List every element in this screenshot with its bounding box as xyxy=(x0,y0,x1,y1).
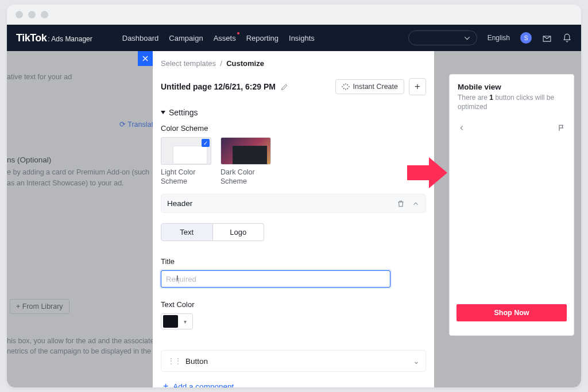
breadcrumb: Select templates / Customize xyxy=(153,59,434,75)
chevron-down-icon xyxy=(462,33,472,43)
window-dot xyxy=(41,11,48,18)
color-swatch xyxy=(163,315,178,328)
avatar[interactable]: S xyxy=(520,32,532,44)
window-dot xyxy=(28,11,36,18)
page-title: Untitled page 12/6/21, 6:29 PM xyxy=(161,82,276,91)
edit-title-icon[interactable] xyxy=(280,83,289,91)
color-scheme-light[interactable]: ✓ Light Color Scheme xyxy=(161,137,211,186)
assets-notification-dot xyxy=(237,32,239,34)
close-icon xyxy=(141,55,149,63)
nav-reporting[interactable]: Reporting xyxy=(246,34,278,42)
top-nav: TikTok: Ads Manager Dashboard Campaign A… xyxy=(7,25,581,51)
magic-icon xyxy=(342,83,350,91)
flag-icon[interactable] xyxy=(558,124,566,132)
customize-panel: Select templates / Customize Untitled pa… xyxy=(153,51,434,387)
inbox-icon[interactable] xyxy=(542,33,552,43)
color-scheme-dark[interactable]: Dark Color Scheme xyxy=(220,137,271,186)
chevron-left-icon[interactable] xyxy=(458,124,466,132)
mobile-preview-panel: Mobile view There are 1 button clicks wi… xyxy=(449,74,574,336)
bg-text: ative text for your ad xyxy=(7,73,72,81)
chevron-down-icon: ⌄ xyxy=(413,356,420,366)
tab-logo[interactable]: Logo xyxy=(213,223,265,241)
shop-now-button[interactable]: Shop Now xyxy=(457,304,567,321)
trash-icon[interactable] xyxy=(397,200,405,208)
nav-assets[interactable]: Assets xyxy=(214,34,236,42)
nav-insights[interactable]: Insights xyxy=(289,34,315,42)
breadcrumb-customize: Customize xyxy=(226,59,264,68)
annotation-arrow-icon xyxy=(407,157,447,188)
text-color-picker[interactable]: ▾ xyxy=(161,313,193,329)
title-input[interactable] xyxy=(161,270,390,288)
drag-handle-icon[interactable]: ⋮⋮ xyxy=(167,356,181,366)
language-selector[interactable]: English xyxy=(488,34,510,42)
nav-campaign[interactable]: Campaign xyxy=(169,34,203,42)
chevron-up-icon[interactable] xyxy=(412,200,420,208)
brand: TikTok: Ads Manager xyxy=(16,32,92,44)
browser-titlebar xyxy=(7,5,581,25)
bell-icon[interactable] xyxy=(562,33,572,43)
button-component-card[interactable]: ⋮⋮ Button ⌄ xyxy=(161,350,426,372)
breadcrumb-templates[interactable]: Select templates xyxy=(161,59,216,68)
window-dot xyxy=(16,11,23,18)
add-page-button[interactable]: + xyxy=(409,78,426,95)
add-component-button[interactable]: + Add a component xyxy=(161,377,426,387)
nav-dashboard[interactable]: Dashboard xyxy=(122,34,159,42)
check-icon: ✓ xyxy=(202,139,210,147)
translate-link: ⟳ Translat xyxy=(119,120,153,129)
header-card-title: Header xyxy=(167,199,192,208)
plus-icon: + xyxy=(163,381,168,387)
chevron-down-icon: ▾ xyxy=(178,319,192,325)
preview-subtitle: There are 1 button clicks will be optimi… xyxy=(458,93,566,111)
header-component-card: Header xyxy=(161,194,426,213)
settings-section-toggle[interactable]: Settings xyxy=(161,108,426,117)
tab-text[interactable]: Text xyxy=(161,223,213,241)
color-scheme-label: Color Scheme xyxy=(161,124,426,133)
preview-title: Mobile view xyxy=(458,83,566,91)
search-dropdown[interactable] xyxy=(408,30,477,45)
title-field-label: Title xyxy=(161,257,426,266)
instant-create-button[interactable]: Instant Create xyxy=(335,79,404,94)
bg-sub: e by adding a card or Premium Add-on (su… xyxy=(7,167,150,189)
text-color-label: Text Color xyxy=(161,300,426,309)
close-panel-button[interactable] xyxy=(138,51,153,66)
bg-bottom1: his box, you allow for the ad and the as… xyxy=(7,337,158,345)
triangle-down-icon xyxy=(161,111,165,114)
from-library-button: + From Library xyxy=(10,299,69,314)
bg-heading: ns (Optional) xyxy=(7,156,51,164)
